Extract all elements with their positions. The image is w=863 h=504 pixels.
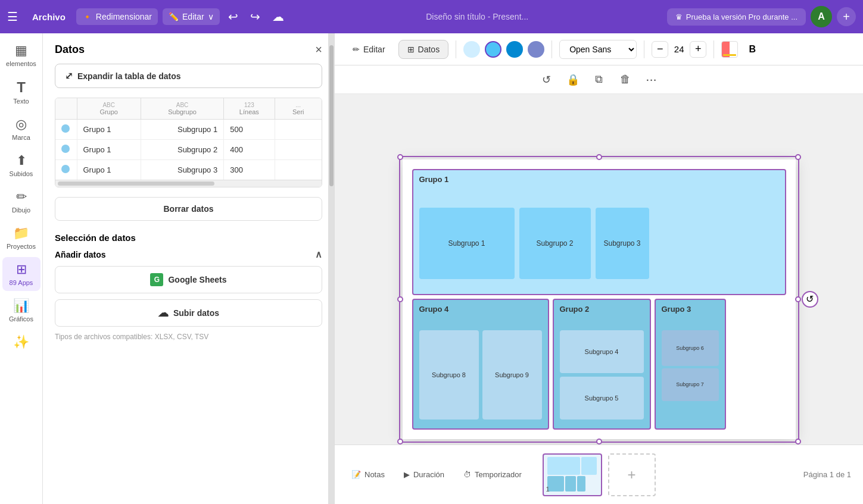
toolbar-separator-3 [644,40,644,58]
lock-tool-button[interactable]: 🔒 [562,69,584,90]
redimensionar-button[interactable]: 🔸 Redimensionar [76,8,158,25]
cell-subgrupo[interactable]: Subgrupo 2 [141,140,223,160]
rotation-handle[interactable]: ↺ [802,291,818,308]
sub9-box: Subgrupo 9 [482,330,542,420]
cell-seri[interactable] [275,160,322,180]
editar-mode-button[interactable]: ✏ Editar [344,40,394,58]
undo-button[interactable]: ↩ [225,6,242,27]
sub7-box: Subgrupo 7 [662,368,719,401]
sidebar-item-dibujo[interactable]: ✏ Dibujo [2,184,40,218]
font-size-decrease-button[interactable]: − [652,41,668,58]
font-size-control: − 24 + [652,41,706,58]
page-thumbnail-1[interactable]: 1 [543,453,602,496]
redo-button[interactable]: ↪ [247,6,264,27]
editar-button[interactable]: ✏️ Editar ∨ [163,8,220,25]
page-thumbnails: 1 + [543,453,656,496]
sidebar-item-proyectos[interactable]: 📁 Proyectos [2,221,40,255]
col-seri-header: ... Seri [275,98,322,120]
temporizador-button[interactable]: ⏱ Temporizador [459,467,526,483]
datos-mode-button[interactable]: ⊞ Datos [398,40,449,59]
data-selection-section: Selección de datos Añadir datos ∧ G Goog… [43,226,334,348]
user-avatar[interactable]: A [811,6,832,27]
duplicate-tool-button[interactable]: ⧉ [588,69,610,90]
crown-icon: ♛ [675,12,683,21]
cell-seri[interactable] [275,120,322,140]
add-page-button[interactable]: + [608,453,656,496]
svg-rect-2 [547,476,564,492]
hamburger-icon[interactable]: ☰ [7,10,18,24]
canvas-stage[interactable]: ↺ Grupo 1 Subgrupo 1 Subgrupo 2 [335,94,863,504]
panel-scrollbar[interactable] [328,33,334,504]
col-lineas-header: 123 Líneas [224,98,275,120]
sidebar-item-apps[interactable]: ⊞ 89 Apps [2,257,40,291]
cell-lineas[interactable]: 300 [224,160,275,180]
handle-bottom-right[interactable] [795,439,801,444]
pencil-icon: ✏️ [169,12,179,21]
toolbar-separator-2 [552,40,552,58]
subidos-icon: ⬆ [16,153,27,168]
treemap-chart: Grupo 1 Subgrupo 1 Subgrupo 2 Subgrupo 3 [404,161,795,438]
text-color-indicator[interactable] [721,41,738,58]
canvas-content: ↺ Grupo 1 Subgrupo 1 Subgrupo 2 [335,94,863,504]
cell-lineas[interactable]: 500 [224,120,275,140]
color-circle-3[interactable] [506,41,523,58]
bold-button[interactable]: B [743,40,762,59]
premium-icon: ✨ [13,334,29,350]
cloud-save-icon[interactable]: ☁ [269,6,288,27]
cell-lineas[interactable]: 400 [224,140,275,160]
color-circle-4[interactable] [528,41,544,58]
treemap-g2-inner: Subgrupo 4 Subgrupo 5 [560,330,644,420]
add-design-button[interactable]: + [837,7,856,26]
cell-subgrupo[interactable]: Subgrupo 3 [141,160,223,180]
cell-seri[interactable] [275,140,322,160]
cell-grupo[interactable]: Grupo 1 [77,120,141,140]
handle-top-left[interactable] [397,154,403,160]
sidebar-item-elementos[interactable]: ▦ elementos [2,38,40,72]
treemap-group-1: Grupo 1 Subgrupo 1 Subgrupo 2 Subgrupo 3 [412,169,786,295]
data-panel: Datos × ⤢ Expandir la tabla de datos ABC… [43,33,335,504]
google-sheets-button[interactable]: G Google Sheets [55,266,322,293]
thumbnail-preview [546,455,599,494]
treemap-subgroups-top: Subgrupo 1 Subgrupo 2 Subgrupo 3 [419,202,779,285]
cell-subgrupo[interactable]: Subgrupo 1 [141,120,223,140]
canvas-primary-toolbar: ✏ Editar ⊞ Datos Open Sans − 24 + [335,33,863,65]
notas-button[interactable]: 📝 Notas [347,467,390,483]
slide-canvas: ↺ Grupo 1 Subgrupo 1 Subgrupo 2 [403,159,796,439]
sidebar-item-premium[interactable]: ✨ [2,330,40,355]
expand-table-button[interactable]: ⤢ Expandir la tabla de datos [55,64,322,88]
archivo-menu[interactable]: Archivo [26,8,71,26]
sidebar-item-graficos[interactable]: 📊 Gráficos [2,293,40,327]
delete-tool-button[interactable]: 🗑 [615,69,636,90]
grupo3-label: Grupo 3 [662,305,719,314]
handle-mid-right[interactable] [795,296,801,302]
color-circle-2[interactable] [485,41,501,58]
sidebar-item-texto[interactable]: T Texto [2,74,40,109]
table-horizontal-scrollbar[interactable] [55,180,322,187]
handle-bottom-left[interactable] [397,439,403,444]
delete-data-button[interactable]: Borrar datos [55,197,322,221]
font-selector[interactable]: Open Sans [559,40,637,59]
cell-grupo[interactable]: Grupo 1 [77,160,141,180]
handle-top-right[interactable] [795,154,801,160]
redimensionar-icon: 🔸 [82,12,92,21]
sidebar-item-subidos[interactable]: ⬆ Subidos [2,148,40,182]
seleccion-title: Selección de datos [55,233,322,243]
col-dot-header [55,98,77,120]
color-circle-1[interactable] [463,41,480,58]
collapse-icon[interactable]: ∧ [315,249,322,260]
duracion-button[interactable]: ▶ Duración [399,467,449,483]
more-options-button[interactable]: ··· [641,69,662,90]
svg-rect-3 [565,476,576,492]
font-size-increase-button[interactable]: + [690,41,706,58]
cell-grupo[interactable]: Grupo 1 [77,140,141,160]
upload-data-button[interactable]: ☁ Subir datos [55,299,322,327]
panel-close-button[interactable]: × [315,43,322,57]
pro-upgrade-button[interactable]: ♛ Prueba la versión Pro durante ... [667,8,806,26]
sidebar-item-marca[interactable]: ◎ Marca [2,112,40,146]
page-count-label: Página 1 de 1 [803,470,851,479]
rotate-tool-button[interactable]: ↺ [536,69,557,90]
handle-top-mid[interactable] [596,154,602,160]
handle-mid-left[interactable] [397,296,403,302]
left-sidebar: ▦ elementos T Texto ◎ Marca ⬆ Subidos ✏ … [0,33,43,504]
handle-bottom-mid[interactable] [596,439,602,444]
